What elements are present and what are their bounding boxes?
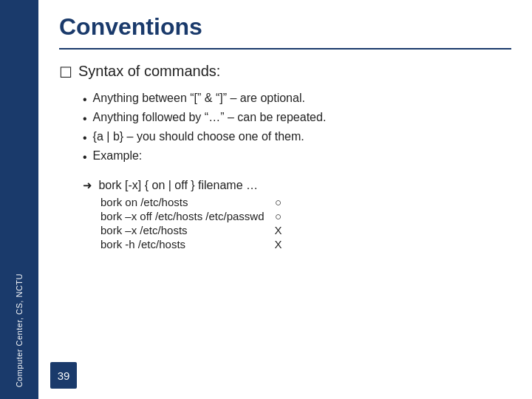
example-symbol: ○ [270, 209, 293, 223]
bullet-dot-1: • [83, 93, 87, 106]
table-row: bork -h /etc/hostsX [100, 237, 293, 251]
section-heading-text: Syntax of commands: [78, 63, 220, 80]
bullet-dot-4: • [83, 151, 87, 164]
bullet-text-1: Anything between “[” & “]” – are optiona… [93, 92, 305, 105]
example-cmd: bork –x /etc/hosts [100, 223, 270, 237]
table-row: bork –x off /etc/hosts /etc/passwd○ [100, 209, 293, 223]
bullet-dot-3: • [83, 132, 87, 145]
section-heading: ☐ Syntax of commands: [59, 63, 511, 81]
bullet-text-3: {a | b} – you should choose one of them. [93, 130, 304, 143]
list-item: • Anything followed by “…” – can be repe… [83, 111, 511, 126]
bullet-text-4: Example: [93, 149, 143, 163]
example-block: ➜ bork [-x] { on | off } filename … bork… [83, 179, 511, 251]
example-symbol: ○ [270, 195, 293, 209]
sidebar: Computer Center, CS, NCTU [0, 0, 38, 399]
bullet-text-2: Anything followed by “…” – can be repeat… [93, 111, 327, 124]
example-cmd: bork –x off /etc/hosts /etc/passwd [100, 209, 270, 223]
table-row: bork –x /etc/hostsX [100, 223, 293, 237]
list-item: • {a | b} – you should choose one of the… [83, 130, 511, 145]
list-item: • Example: [83, 149, 511, 164]
sidebar-label: Computer Center, CS, NCTU [14, 273, 24, 387]
example-cmd: bork on /etc/hosts [100, 195, 270, 209]
divider [59, 48, 511, 50]
example-symbol: X [270, 237, 293, 251]
page-title: Conventions [59, 13, 511, 41]
example-command-line: bork [-x] { on | off } filename … [98, 179, 258, 191]
list-item: • Anything between “[” & “]” – are optio… [83, 92, 511, 106]
bullet-list: • Anything between “[” & “]” – are optio… [83, 92, 511, 168]
page-number: 39 [50, 362, 77, 389]
arrow-icon: ➜ [83, 179, 92, 191]
section-bullet: ☐ [59, 64, 72, 81]
example-cmd: bork -h /etc/hosts [100, 237, 270, 251]
example-arrow: ➜ bork [-x] { on | off } filename … [83, 179, 511, 192]
example-table: bork on /etc/hosts○bork –x off /etc/host… [100, 195, 293, 251]
main-content: Conventions ☐ Syntax of commands: • Anyt… [38, 0, 532, 399]
example-symbol: X [270, 223, 293, 237]
table-row: bork on /etc/hosts○ [100, 195, 293, 209]
bullet-dot-2: • [83, 112, 87, 126]
